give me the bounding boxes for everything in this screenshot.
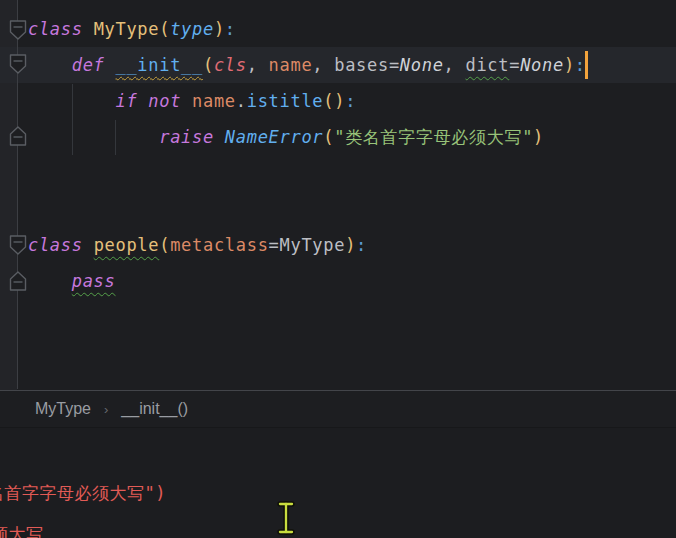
code-token: , [247, 55, 269, 75]
code-token: ( [159, 19, 170, 39]
breadcrumb-bar: MyType›__init__() [0, 390, 676, 428]
console-output[interactable]: 名首字字母必须大写")须大写 [0, 428, 676, 538]
code-token: bases [334, 55, 389, 75]
code-line[interactable]: def __init__(cls, name, bases=None, dict… [28, 47, 586, 83]
code-token: : [225, 19, 236, 39]
code-token: not [148, 91, 181, 111]
code-token: : [356, 235, 367, 255]
code-token: name [192, 91, 236, 111]
code-token: : [345, 91, 356, 111]
code-line[interactable]: class people(metaclass=MyType): [28, 227, 367, 263]
code-token: "类名首字字母必须大写" [334, 127, 533, 147]
code-token: , [312, 55, 334, 75]
code-token: MyType [280, 235, 346, 255]
text-caret [585, 51, 588, 79]
code-token: None [400, 55, 444, 75]
code-token [83, 235, 94, 255]
console-error-line: 名首字字母必须大写") [0, 482, 166, 505]
code-token [28, 271, 72, 291]
breadcrumb-item[interactable]: MyType [35, 400, 91, 418]
code-token: ( [159, 235, 170, 255]
code-token: people [94, 235, 160, 255]
fold-down-icon[interactable] [11, 236, 26, 254]
code-token: class [28, 235, 83, 255]
ide-window: class MyType(type): def __init__(cls, na… [0, 0, 676, 538]
code-editor[interactable]: class MyType(type): def __init__(cls, na… [0, 0, 676, 390]
breadcrumb-separator-icon: › [104, 402, 108, 417]
code-token [83, 19, 94, 39]
code-token: ) [345, 235, 356, 255]
code-line[interactable]: raise NameError("类名首字字母必须大写") [28, 119, 544, 155]
code-token: None [520, 55, 564, 75]
fold-up-icon[interactable] [11, 272, 26, 290]
code-token: = [389, 55, 400, 75]
code-line[interactable]: pass [28, 263, 116, 299]
code-token: MyType [94, 19, 160, 39]
code-token: class [28, 19, 83, 39]
code-token [28, 127, 159, 147]
code-token [28, 55, 72, 75]
code-token [28, 91, 115, 111]
code-line[interactable]: class MyType(type): [28, 11, 236, 47]
code-token: ( [203, 55, 214, 75]
code-token: if [115, 91, 137, 111]
code-token: ) [564, 55, 575, 75]
code-token: ( [323, 91, 334, 111]
code-token: raise [159, 127, 214, 147]
breadcrumb-item[interactable]: __init__() [121, 400, 188, 418]
code-token: metaclass [170, 235, 268, 255]
code-token: pass [72, 271, 116, 291]
code-token: . [236, 91, 247, 111]
code-token: ) [214, 19, 225, 39]
code-token: istitle [247, 91, 324, 111]
code-token: ) [533, 127, 544, 147]
code-token [214, 127, 225, 147]
code-token: dict [465, 55, 509, 75]
console-error-line: 须大写 [0, 523, 44, 538]
fold-down-icon[interactable] [11, 21, 26, 39]
code-token [105, 55, 116, 75]
text-ibeam-cursor [274, 500, 298, 536]
code-token: ) [334, 91, 345, 111]
code-token [181, 91, 192, 111]
code-token: ( [323, 127, 334, 147]
code-token: name [269, 55, 313, 75]
code-token: = [509, 55, 520, 75]
fold-down-icon[interactable] [11, 55, 26, 73]
code-token: cls [214, 55, 247, 75]
code-token: = [269, 235, 280, 255]
code-token: def [72, 55, 105, 75]
code-token [137, 91, 148, 111]
code-line[interactable]: if not name.istitle(): [28, 83, 356, 119]
code-token: NameError [225, 127, 323, 147]
code-token: type [170, 19, 214, 39]
code-token: , [444, 55, 466, 75]
code-token: __init__ [116, 55, 203, 75]
fold-up-icon[interactable] [11, 127, 26, 145]
